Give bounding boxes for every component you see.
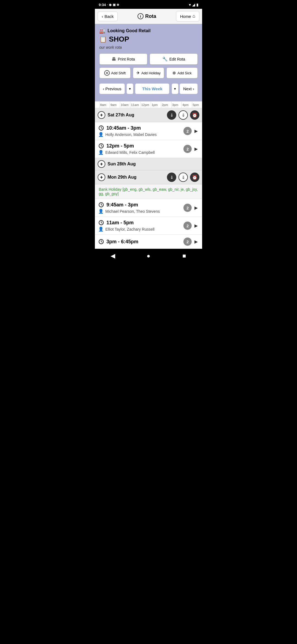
back-nav-button[interactable]: ◀ xyxy=(106,251,120,261)
chevron-left-icon: ‹ xyxy=(102,14,103,19)
week-nav: ‹ Previous ▾ This Week ▾ Next › xyxy=(99,81,198,97)
day-header: +Sun 28th Aug xyxy=(95,158,202,170)
day-add-shift-button[interactable]: + xyxy=(98,173,105,181)
staff-count-badge: 2 xyxy=(183,222,192,230)
person-icon: 👤 xyxy=(98,150,104,155)
shop-name: 📋 SHOP xyxy=(99,35,198,43)
chevron-right-icon: ► xyxy=(193,205,199,211)
nav-bar: ‹ Back i Rota Home ⌂ xyxy=(95,9,202,24)
shift-row[interactable]: 11am - 5pm👤Elliot Taylor, Zachary Russel… xyxy=(95,217,202,235)
day-header: +Sat 27th Aug⇓⇓⏰ xyxy=(95,108,202,122)
timeline-hours: 8am9am10am11am12pm1pm2pm3pm4pm5pm xyxy=(99,102,202,108)
recent-apps-button[interactable]: ■ xyxy=(177,251,191,261)
bottom-nav: ◀ ● ■ xyxy=(95,249,202,264)
print-rota-button[interactable]: 🖶 Print Rota xyxy=(99,53,147,65)
next-week-button[interactable]: Next › xyxy=(180,83,198,94)
shift-row[interactable]: 3pm - 6:45pm2► xyxy=(95,235,202,249)
previous-week-dropdown[interactable]: ▾ xyxy=(127,83,133,94)
bank-holiday-notice: Bank Holiday [gb_eng, gb_wls, gb_eaw, gb… xyxy=(95,184,202,199)
add-shift-button[interactable]: + Add Shift xyxy=(99,67,131,78)
shift-time-label: 10:45am - 3pm xyxy=(106,125,141,131)
shift-row[interactable]: 9:45am - 3pm👤Michael Pearson, Theo Steve… xyxy=(95,199,202,217)
staff-names: Elliot Taylor, Zachary Russell xyxy=(105,227,155,231)
day-add-shift-button[interactable]: + xyxy=(98,160,105,168)
company-header: 🏭 Looking Good Retail 📋 SHOP our work ro… xyxy=(95,24,202,101)
chevron-left-icon: ‹ xyxy=(103,86,104,91)
rota-subtitle: our work rota xyxy=(99,45,198,50)
previous-week-button[interactable]: ‹ Previous xyxy=(99,83,125,94)
shift-time-label: 3pm - 6:45pm xyxy=(106,239,138,245)
dropdown-arrow-icon: ▾ xyxy=(174,87,176,91)
wrench-icon: 🔧 xyxy=(162,56,168,62)
day-label: Sun 28th Aug xyxy=(108,162,199,167)
staff-names: Michael Pearson, Theo Stevens xyxy=(105,209,160,214)
sim-icon: ▣ xyxy=(113,3,116,7)
sort-down-icon-button[interactable]: ⇓ xyxy=(167,173,176,182)
edit-rota-button[interactable]: 🔧 Edit Rota xyxy=(150,53,198,65)
shift-row[interactable]: 12pm - 5pm👤Edward Mills, Felix Campbell2… xyxy=(95,140,202,158)
signal-icon: ⊕ xyxy=(117,3,119,7)
timeline-hour-label: 10am xyxy=(120,102,130,108)
clipboard-icon: 📋 xyxy=(99,36,107,43)
day-add-shift-button[interactable]: + xyxy=(98,111,105,119)
current-week-dropdown[interactable]: ▾ xyxy=(172,83,178,94)
status-bar: 9:34 · ◉ ▣ ⊕ ▾ ◢ ▮ xyxy=(95,0,202,9)
sort-down-icon-button[interactable]: ⇓ xyxy=(167,110,176,120)
timeline-hour-label: 12pm xyxy=(141,102,151,108)
shift-time-label: 9:45am - 3pm xyxy=(106,202,138,208)
timeline-hour-label: 9am xyxy=(109,102,120,108)
timeline-hour-label: 3pm xyxy=(171,102,182,108)
clock-icon xyxy=(98,220,104,226)
clock-icon-button[interactable]: ⏰ xyxy=(190,110,199,120)
dropdown-arrow-icon: ▾ xyxy=(129,87,131,91)
clock-icon-button[interactable]: ⏰ xyxy=(190,173,199,182)
circle-icon: ◉ xyxy=(109,3,112,7)
rota-content: +Sat 27th Aug⇓⇓⏰10:45am - 3pm👤Holly Ande… xyxy=(95,108,202,249)
battery-icon: ▮ xyxy=(196,3,198,7)
shift-time-label: 11am - 5pm xyxy=(106,220,134,226)
timeline-hour-label: 11am xyxy=(130,102,140,108)
clock-icon xyxy=(98,125,104,131)
clock-icon xyxy=(98,202,104,208)
day-label: Sat 27th Aug xyxy=(108,113,165,118)
home-circle-icon: ● xyxy=(147,252,150,260)
staff-count-badge: 2 xyxy=(183,145,192,153)
staff-count-badge: 2 xyxy=(183,238,192,246)
chevron-right-icon: ► xyxy=(193,128,199,134)
nav-title: i Rota xyxy=(138,13,156,19)
sort-down-outline-icon-button[interactable]: ⇓ xyxy=(178,173,188,182)
sort-down-outline-icon-button[interactable]: ⇓ xyxy=(178,110,188,120)
shift-row[interactable]: 10:45am - 3pm👤Holly Anderson, Mabel Davi… xyxy=(95,122,202,140)
signal-bars-icon: ◢ xyxy=(192,3,195,7)
add-actions-row: + Add Shift ✈ Add Holiday ⊕ Add Sick xyxy=(99,67,198,78)
status-icons: ▾ ◢ ▮ xyxy=(189,3,198,7)
staff-count-badge: 2 xyxy=(183,204,192,212)
print-edit-row: 🖶 Print Rota 🔧 Edit Rota xyxy=(99,53,198,65)
timeline-hour-label: 2pm xyxy=(161,102,171,108)
add-holiday-button[interactable]: ✈ Add Holiday xyxy=(133,67,164,78)
current-week-display[interactable]: This Week xyxy=(135,83,169,94)
home-button[interactable]: Home ⌂ xyxy=(176,11,199,21)
print-icon: 🖶 xyxy=(112,57,116,62)
add-sick-button[interactable]: ⊕ Add Sick xyxy=(166,67,198,78)
timeline-hour-label: 8am xyxy=(99,102,109,108)
chevron-right-icon: › xyxy=(193,86,194,91)
add-circle-icon: + xyxy=(104,70,110,76)
staff-count-badge: 2 xyxy=(183,127,192,135)
home-nav-button[interactable]: ● xyxy=(142,251,155,261)
status-time: 9:34 · ◉ ▣ ⊕ xyxy=(99,3,119,7)
company-name: 🏭 Looking Good Retail xyxy=(99,28,198,34)
staff-names: Holly Anderson, Mabel Davies xyxy=(105,132,157,137)
chevron-right-icon: ► xyxy=(193,223,199,229)
wifi-icon: ▾ xyxy=(189,3,191,7)
staff-names: Edward Mills, Felix Campbell xyxy=(105,150,155,155)
dot-icon: · xyxy=(107,3,108,6)
person-icon: 👤 xyxy=(98,209,104,214)
shift-time-label: 12pm - 5pm xyxy=(106,143,134,149)
clock-icon xyxy=(98,239,104,245)
timeline-hour-label: 1pm xyxy=(151,102,161,108)
back-button[interactable]: ‹ Back xyxy=(98,12,118,21)
timeline-hour-label: 4pm xyxy=(182,102,192,108)
back-triangle-icon: ◀ xyxy=(111,252,115,260)
chevron-right-icon: ► xyxy=(193,239,199,245)
